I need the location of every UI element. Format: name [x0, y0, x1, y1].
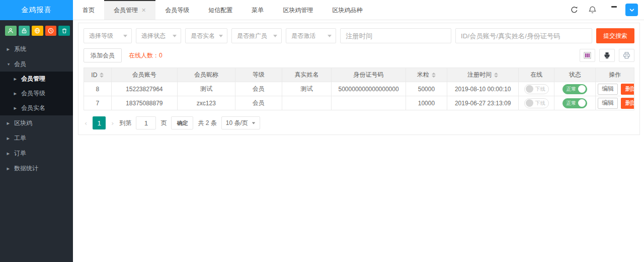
sidebar-shortcuts — [0, 20, 73, 41]
prev-page-icon[interactable]: ‹ — [84, 119, 88, 127]
filter-select-realname[interactable]: 是否实名 — [185, 28, 227, 43]
sort-icon[interactable] — [100, 73, 104, 78]
sidebar-item-work-order[interactable]: ▶工单 — [0, 130, 73, 146]
tab-label: 区块鸡品种 — [332, 6, 362, 15]
column-header[interactable]: ID — [84, 68, 112, 82]
table-body: 815223827964测试会员测试5000000000000000005000… — [84, 82, 634, 110]
sort-icon[interactable] — [494, 73, 498, 78]
toggle-columns-icon[interactable] — [580, 49, 595, 62]
keyword-search-input[interactable] — [455, 28, 592, 43]
edit-button[interactable]: 编辑 — [598, 84, 618, 95]
tab-member-level[interactable]: 会员等级 — [155, 0, 199, 20]
sidebar-item-order[interactable]: ▶订单 — [0, 146, 73, 161]
goto-suffix-label: 页 — [160, 119, 167, 127]
chevron-down-icon — [629, 7, 635, 13]
cell-actions: 编辑删除 — [596, 96, 634, 110]
cell-online: 下线 — [519, 82, 554, 96]
delete-button[interactable]: 删除 — [621, 84, 634, 95]
tab-home[interactable]: 首页 — [73, 0, 104, 20]
column-header: 会员账号 — [111, 68, 177, 82]
sidebar-item-statistics[interactable]: ▶数据统计 — [0, 161, 73, 176]
goto-page-input[interactable] — [136, 116, 156, 129]
register-time-input[interactable] — [340, 28, 451, 43]
sidebar-item-member-level[interactable]: ▶会员等级 — [0, 86, 73, 101]
sidebar-item-system[interactable]: ▶系统 — [0, 41, 73, 56]
column-label: 操作 — [609, 71, 621, 78]
tab-label: 会员管理 — [114, 6, 138, 15]
toggle-label: 正常 — [566, 100, 576, 107]
column-header: 在线 — [519, 68, 554, 82]
submit-search-button[interactable]: 提交搜索 — [596, 28, 634, 43]
column-header[interactable]: 米粒 — [406, 68, 447, 82]
tab-block-chicken-breed[interactable]: 区块鸡品种 — [323, 0, 372, 20]
page-number-button[interactable]: 1 — [93, 116, 106, 129]
sidebar-item-label: 会员等级 — [21, 89, 45, 98]
arrow-right-icon: ▶ — [14, 106, 17, 110]
delete-button[interactable]: 删除 — [621, 98, 634, 109]
page-size-select[interactable]: 10 条/页 — [221, 116, 260, 129]
user-dropdown-button[interactable] — [625, 4, 638, 16]
arrow-right-icon: ▶ — [7, 166, 10, 170]
column-header: 真实姓名 — [282, 68, 331, 82]
column-label: 会员账号 — [132, 71, 156, 78]
column-label: 会员昵称 — [194, 71, 218, 78]
select-value: 选择状态 — [141, 32, 166, 40]
globe-icon[interactable] — [32, 26, 43, 36]
sidebar-item-label: 会员实名 — [21, 104, 45, 112]
total-count-label: 共 2 条 — [198, 119, 216, 127]
sort-icon[interactable] — [432, 73, 436, 78]
notification-bell-icon[interactable] — [583, 0, 601, 20]
page-size-label: 10 条/页 — [226, 119, 248, 127]
user-icon[interactable] — [5, 26, 17, 36]
status-toggle[interactable]: 正常 — [562, 84, 587, 94]
cell-id: 7 — [84, 96, 112, 110]
select-value: 是否实名 — [191, 32, 215, 40]
tab-sms-config[interactable]: 短信配置 — [199, 0, 242, 20]
lock-icon[interactable] — [19, 26, 30, 36]
tab-menu[interactable]: 菜单 — [242, 0, 273, 20]
clock-icon[interactable] — [45, 26, 57, 36]
cell-rice: 50000 — [406, 82, 447, 96]
member-table: ID会员账号会员昵称等级真实姓名身份证号码米粒注册时间在线状态操作 815223… — [84, 68, 634, 110]
cell-rice: 10000 — [406, 96, 447, 110]
toolbar-icons — [580, 49, 634, 62]
cell-nickname: zxc123 — [177, 96, 235, 110]
print-icon[interactable] — [619, 49, 634, 62]
filter-select-promoter[interactable]: 是否推广员 — [231, 28, 282, 43]
next-page-icon[interactable]: › — [110, 119, 115, 127]
edit-button[interactable]: 编辑 — [598, 98, 618, 109]
sidebar-item-member-manage[interactable]: ▶会员管理 — [0, 72, 73, 86]
online-toggle[interactable]: 下线 — [524, 84, 549, 94]
status-toggle[interactable]: 正常 — [562, 98, 587, 108]
tab-label: 首页 — [83, 6, 95, 15]
online-count-label: 在线人数：0 — [129, 51, 163, 60]
filter-select-level[interactable]: 选择等级 — [84, 28, 132, 43]
tab-block-chicken-manage[interactable]: 区块鸡管理 — [273, 0, 323, 20]
tab-close-icon[interactable]: ✕ — [141, 7, 146, 14]
main-area: 首页会员管理✕会员等级短信配置菜单区块鸡管理区块鸡品种 选择等级选择状态是否实名… — [73, 0, 644, 262]
caret-down-icon — [252, 122, 255, 124]
goto-confirm-button[interactable]: 确定 — [171, 116, 193, 129]
select-value: 是否激活 — [291, 32, 315, 40]
avatar[interactable] — [610, 6, 617, 11]
refresh-icon[interactable] — [565, 0, 583, 20]
sidebar-item-block-chicken[interactable]: ▶区块鸡 — [0, 115, 73, 130]
add-member-button[interactable]: 添加会员 — [84, 48, 122, 62]
toggle-label: 下线 — [535, 86, 545, 93]
filter-select-activated[interactable]: 是否激活 — [286, 28, 336, 43]
column-label: ID — [91, 72, 97, 79]
sidebar-item-label: 订单 — [14, 149, 26, 158]
cell-idcard — [332, 96, 406, 110]
cell-reg_time: 2019-06-27 23:13:09 — [447, 96, 518, 110]
sidebar-item-member-realname[interactable]: ▶会员实名 — [0, 101, 73, 115]
column-header[interactable]: 注册时间 — [447, 68, 518, 82]
column-header: 会员昵称 — [177, 68, 235, 82]
online-toggle[interactable]: 下线 — [524, 98, 549, 108]
sidebar-item-member[interactable]: ▼会员 — [0, 56, 73, 72]
tab-member-manage[interactable]: 会员管理✕ — [104, 0, 155, 20]
trash-icon[interactable] — [58, 26, 70, 36]
export-icon[interactable] — [599, 49, 615, 62]
column-header: 等级 — [235, 68, 282, 82]
tab-bar: 首页会员管理✕会员等级短信配置菜单区块鸡管理区块鸡品种 — [73, 0, 644, 20]
filter-select-status[interactable]: 选择状态 — [136, 28, 181, 43]
